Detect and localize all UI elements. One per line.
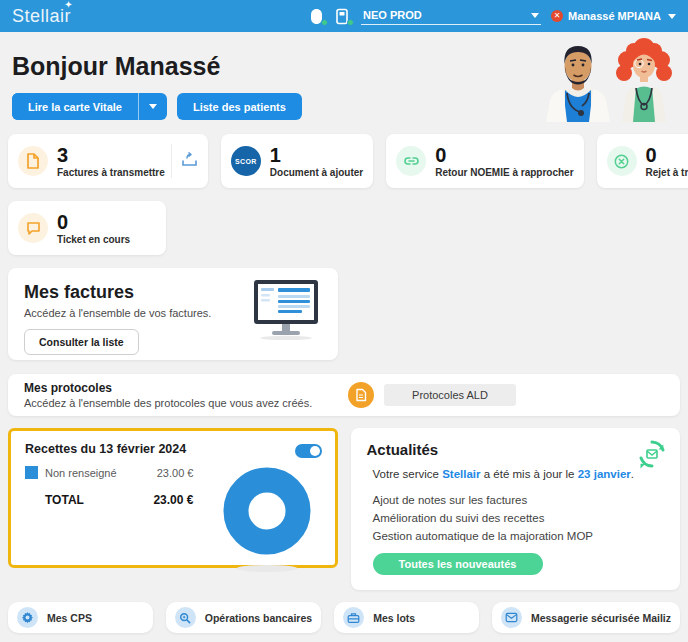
documents-label: Document à ajouter <box>270 167 363 178</box>
update-prefix: Votre service <box>373 468 439 480</box>
scor-badge-icon: SCOR <box>231 146 261 176</box>
dashboard: Bonjour Manassé Lire la carte Vitale Lis… <box>0 32 688 642</box>
card-factures-a-transmettre[interactable]: 3 Factures à transmettre <box>8 134 208 188</box>
gear-icon <box>17 607 38 628</box>
tickets-label: Ticket en cours <box>57 234 130 245</box>
card-reader-icon <box>309 7 325 25</box>
environment-value: NEO PROD <box>363 9 422 21</box>
patient-list-button[interactable]: Liste des patients <box>177 93 302 120</box>
actualites-card: Actualités Votre service Stellair a été … <box>351 428 681 590</box>
news-refresh-icon <box>636 438 668 474</box>
mes-protocoles-description: Accédez à l'ensemble des protocoles que … <box>24 397 344 409</box>
read-vitale-button[interactable]: Lire la carte Vitale <box>12 93 138 120</box>
link-icon <box>396 146 426 176</box>
card-rejet-a-traiter[interactable]: 0 Rejet à traiter <box>597 134 688 188</box>
update-middle: a été mis à jour le <box>484 468 575 480</box>
consulter-liste-button[interactable]: Consulter la liste <box>24 329 139 355</box>
user-status-error-icon: ✕ <box>551 10 563 22</box>
actualites-title: Actualités <box>367 441 665 458</box>
mes-cps-button[interactable]: Mes CPS <box>8 602 153 633</box>
legend-label: Non renseigné <box>45 467 117 479</box>
status-ok-dot <box>347 19 354 26</box>
briefcase-icon <box>343 607 364 628</box>
card-document-a-ajouter[interactable]: SCOR 1 Document à ajouter <box>221 134 373 188</box>
chat-bubble-icon <box>18 213 48 243</box>
noemie-label: Retour NOEMIE à rapprocher <box>435 167 573 178</box>
update-date-link[interactable]: 23 janvier <box>578 468 631 480</box>
status-ok-dot <box>321 19 328 26</box>
user-name: Manassé MPIANA <box>568 10 661 22</box>
computer-monitor-illustration <box>250 280 324 344</box>
factures-label: Factures à transmettre <box>57 167 165 178</box>
protocol-document-icon <box>348 382 374 408</box>
chevron-down-icon <box>668 14 676 19</box>
update-sentence: Votre service Stellair a été mis à jour … <box>373 468 665 480</box>
update-brand: Stellair <box>442 468 480 480</box>
transmit-invoices-button[interactable] <box>171 144 198 178</box>
mes-protocoles-card: Mes protocoles Accédez à l'ensemble des … <box>8 374 680 416</box>
send-tray-icon <box>181 151 198 172</box>
doctors-illustration <box>530 36 680 126</box>
noemie-count: 0 <box>435 145 573 166</box>
chevron-down-icon <box>149 104 157 109</box>
mail-icon <box>501 607 522 628</box>
read-vitale-dropdown[interactable] <box>138 93 167 120</box>
recettes-title: Recettes du 13 février 2024 <box>25 442 321 456</box>
environment-select[interactable]: NEO PROD <box>361 7 541 25</box>
recettes-donut-chart <box>221 465 313 572</box>
recettes-toggle[interactable] <box>295 444 322 458</box>
update-end: . <box>631 468 634 480</box>
read-vitale-split-button: Lire la carte Vitale <box>12 93 167 120</box>
cross-circle-icon <box>607 146 637 176</box>
toutes-les-nouveautes-button[interactable]: Toutes les nouveautés <box>373 553 543 575</box>
documents-count: 1 <box>270 145 363 166</box>
top-bar: Stellair✦ NEO PROD ✕ Manassé MPIANA <box>0 0 688 32</box>
magnifier-icon <box>175 607 196 628</box>
mes-lots-button[interactable]: Mes lots <box>334 602 479 633</box>
sparkle-icon: ✦ <box>64 0 73 10</box>
rejets-label: Rejet à traiter <box>646 167 688 178</box>
news-item: Amélioration du suivi des recettes <box>373 510 665 528</box>
messagerie-mailiz-button[interactable]: Messagerie sécurisée Mailiz <box>492 602 680 633</box>
mes-factures-card: Mes factures Accédez à l'ensemble de vos… <box>8 268 338 360</box>
card-ticket-en-cours[interactable]: 0 Ticket en cours <box>8 201 166 255</box>
news-item: Ajout de notes sur les factures <box>373 492 665 510</box>
rejets-count: 0 <box>646 145 688 166</box>
terminal-icon <box>335 7 351 25</box>
legend-value: 23.00 € <box>123 467 194 479</box>
mes-protocoles-title: Mes protocoles <box>24 381 344 395</box>
recettes-card: Recettes du 13 février 2024 Non renseign… <box>8 428 338 568</box>
news-item: Gestion automatique de la majoration MOP <box>373 528 665 546</box>
factures-count: 3 <box>57 145 165 166</box>
legend-swatch-non-renseigne <box>25 466 38 479</box>
invoice-document-icon <box>18 146 48 176</box>
total-label: TOTAL <box>45 493 84 507</box>
protocoles-ald-button[interactable]: Protocoles ALD <box>384 384 516 406</box>
chevron-down-icon <box>531 13 539 18</box>
total-value: 23.00 € <box>90 493 194 507</box>
donut-shadow <box>236 565 298 572</box>
operations-bancaires-button[interactable]: Opérations bancaires <box>166 602 321 633</box>
stellair-logo: Stellair✦ <box>12 6 71 27</box>
card-retour-noemie[interactable]: 0 Retour NOEMIE à rapprocher <box>386 134 583 188</box>
user-menu[interactable]: ✕ Manassé MPIANA <box>551 10 676 22</box>
tickets-count: 0 <box>57 212 130 233</box>
